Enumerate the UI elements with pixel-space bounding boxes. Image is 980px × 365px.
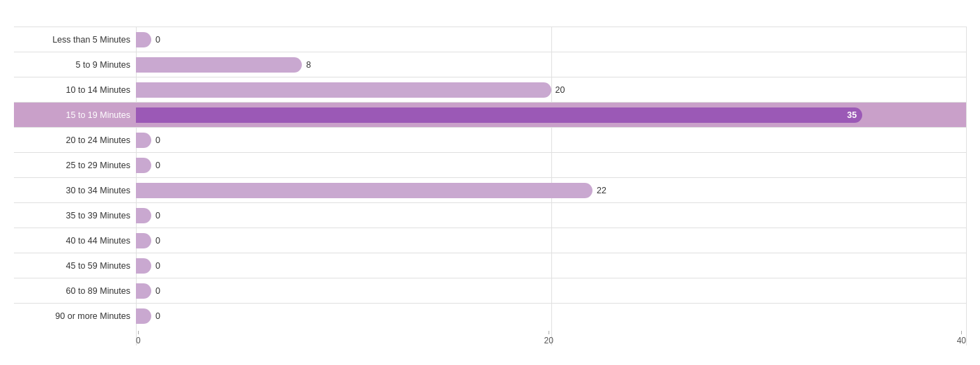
- bar-track: 8: [136, 52, 966, 77]
- bar-fill: [136, 82, 551, 98]
- bar-row: 35 to 39 Minutes0: [14, 202, 966, 228]
- bar-row: 10 to 14 Minutes20: [14, 77, 966, 102]
- bar-track: 0: [136, 253, 966, 278]
- bar-value: 0: [155, 161, 160, 170]
- bar-track: 20: [136, 77, 966, 102]
- bar-value: 0: [155, 236, 160, 246]
- x-tick-line: [961, 331, 962, 334]
- chart-container: Less than 5 Minutes05 to 9 Minutes810 to…: [0, 7, 980, 365]
- x-tick-label: 40: [957, 336, 966, 345]
- bar-row: 60 to 89 Minutes0: [14, 278, 966, 303]
- bar-track: 0: [136, 278, 966, 303]
- bar-row: 25 to 29 Minutes0: [14, 152, 966, 177]
- bar-label: 40 to 44 Minutes: [14, 236, 136, 246]
- bar-track: 0: [136, 304, 966, 328]
- bar-track: 0: [136, 228, 966, 253]
- x-axis-ticks: 02040: [136, 331, 966, 345]
- bar-label: 5 to 9 Minutes: [14, 60, 136, 70]
- bar-label: 25 to 29 Minutes: [14, 161, 136, 170]
- bar-track: 0: [136, 203, 966, 228]
- bar-row: 20 to 24 Minutes0: [14, 127, 966, 152]
- bar-fill: [136, 208, 151, 223]
- x-axis-tick: 0: [136, 331, 141, 345]
- bar-value: 22: [597, 186, 606, 195]
- bar-fill: 35: [136, 107, 862, 123]
- bar-value: 0: [155, 261, 160, 271]
- bar-fill: [136, 32, 151, 47]
- bar-value: 0: [155, 211, 160, 221]
- bar-row: 5 to 9 Minutes8: [14, 52, 966, 77]
- bar-fill: [136, 258, 151, 274]
- bar-row: 45 to 59 Minutes0: [14, 253, 966, 278]
- bar-fill: [136, 283, 151, 299]
- bar-label: 30 to 34 Minutes: [14, 186, 136, 195]
- bar-label: 35 to 39 Minutes: [14, 211, 136, 221]
- x-tick-label: 20: [544, 336, 553, 345]
- x-axis-tick: 40: [957, 331, 966, 345]
- bar-track: 0: [136, 128, 966, 152]
- bar-row: 40 to 44 Minutes0: [14, 228, 966, 253]
- bar-row: 15 to 19 Minutes35: [14, 102, 966, 127]
- bar-label: 45 to 59 Minutes: [14, 261, 136, 271]
- bar-value-inside: 35: [847, 110, 857, 120]
- bar-label: 10 to 14 Minutes: [14, 85, 136, 95]
- bar-track: 22: [136, 178, 966, 202]
- x-tick-line: [138, 331, 139, 334]
- bar-track: 35: [136, 103, 966, 127]
- grid-line: [966, 27, 967, 345]
- x-tick-label: 0: [136, 336, 141, 345]
- x-axis-tick: 20: [544, 331, 553, 345]
- bar-value: 0: [155, 311, 160, 321]
- bars-container: Less than 5 Minutes05 to 9 Minutes810 to…: [14, 27, 966, 328]
- bar-value: 0: [155, 286, 160, 296]
- bar-fill: [136, 133, 151, 148]
- bar-value: 8: [306, 60, 311, 70]
- bar-label: 60 to 89 Minutes: [14, 286, 136, 296]
- bar-fill: [136, 183, 592, 198]
- x-axis: 02040: [136, 331, 966, 345]
- bar-fill: [136, 158, 151, 173]
- bar-value: 0: [155, 135, 160, 145]
- bar-label: Less than 5 Minutes: [14, 35, 136, 45]
- bar-fill: [136, 233, 151, 248]
- bar-track: 0: [136, 153, 966, 177]
- chart-area: Less than 5 Minutes05 to 9 Minutes810 to…: [14, 27, 966, 345]
- bar-fill: [136, 308, 151, 324]
- bar-label: 15 to 19 Minutes: [14, 110, 136, 120]
- bar-row: Less than 5 Minutes0: [14, 27, 966, 52]
- bar-fill: [136, 57, 302, 73]
- bar-track: 0: [136, 27, 966, 52]
- bar-row: 90 or more Minutes0: [14, 303, 966, 328]
- bar-value: 0: [155, 35, 160, 45]
- bar-label: 90 or more Minutes: [14, 311, 136, 321]
- bar-label: 20 to 24 Minutes: [14, 135, 136, 145]
- x-tick-line: [549, 331, 549, 334]
- bar-row: 30 to 34 Minutes22: [14, 177, 966, 202]
- bar-value: 20: [556, 85, 565, 95]
